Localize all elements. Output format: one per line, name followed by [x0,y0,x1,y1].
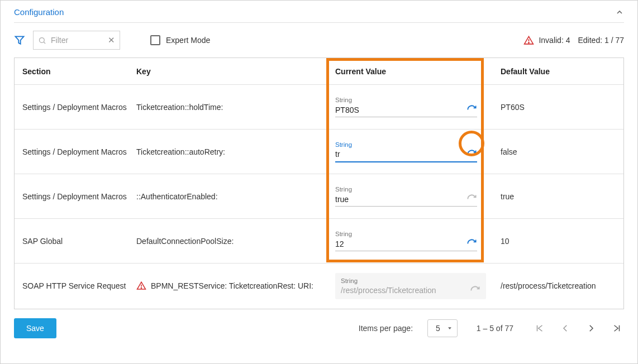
value-input[interactable] [335,150,441,159]
col-header-current[interactable]: Current Value [326,67,495,76]
configuration-panel: Configuration ✕ Expert Mode Invalid: 4 E… [0,0,638,364]
value-type-label: String [335,186,477,193]
invalid-count: Invalid: 4 [539,36,570,45]
section-cell: Settings / Deployment Macros [15,192,136,201]
reset-icon[interactable] [466,104,477,115]
value-type-label: String [335,231,477,237]
value-text: /rest/process/Ticketcreation [341,286,436,295]
section-cell: SOAP HTTP Service Request [15,281,136,290]
filter-icon[interactable] [14,35,25,46]
key-text: Ticketcreation::holdTime: [136,103,223,112]
key-text: ::AuthenticatorEnabled: [136,192,218,201]
warning-icon [136,281,146,291]
key-cell: Ticketcreation::autoRetry: [136,147,326,156]
value-type-label: String [335,97,477,103]
value-field: String [335,97,477,117]
key-text: Ticketcreation::autoRetry: [136,147,225,156]
reset-icon[interactable] [466,238,477,249]
table-row: SAP Global DefaultConnectionPoolSize: St… [15,219,623,264]
value-field: String [335,231,477,251]
config-table: Section Key Current Value Default Value … [14,58,624,309]
current-value-cell: String /rest/process/Ticketcreation [326,273,495,299]
section-cell: Settings / Deployment Macros [15,147,136,156]
filter-input[interactable] [50,35,108,45]
underline [335,251,477,251]
key-cell: ::AuthenticatorEnabled: [136,192,326,201]
default-value-cell: /rest/process/Ticketcreation [495,281,623,290]
clear-filter-icon[interactable]: ✕ [108,35,115,45]
svg-marker-0 [16,36,24,44]
underline [335,117,477,117]
default-value-cell: PT60S [495,103,623,112]
value-field: String /rest/process/Ticketcreation [335,273,486,299]
range-label: 1 – 5 of 77 [477,324,513,333]
next-page-button[interactable] [584,321,598,336]
default-value-cell: false [495,147,623,156]
footer: Save Items per page: 5 1 – 5 of 77 [1,309,637,338]
toolbar: ✕ Expert Mode Invalid: 4 Edited: 1 / 77 [1,23,637,58]
svg-marker-7 [448,327,451,329]
reset-icon[interactable] [466,149,477,160]
value-type-label: String [335,141,477,148]
table-row: Settings / Deployment Macros Ticketcreat… [15,130,623,174]
svg-line-2 [44,42,45,44]
section-cell: SAP Global [15,237,136,246]
section-cell: Settings / Deployment Macros [15,103,136,112]
underline [335,161,477,162]
value-type-label: String [341,277,480,284]
current-value-cell: String [326,141,495,162]
key-cell: DefaultConnectionPoolSize: [136,237,326,246]
key-text: BPMN_RESTService: TicketcreationRest: UR… [151,281,313,290]
default-value-cell: 10 [495,237,623,246]
value-input[interactable] [335,240,441,248]
reset-icon [470,285,480,296]
svg-point-4 [529,42,529,42]
panel-header: Configuration [1,1,637,22]
search-icon [38,36,46,45]
items-per-page-label: Items per page: [359,324,413,333]
warning-icon [523,35,534,46]
current-value-cell: String [326,186,495,207]
col-header-key[interactable]: Key [136,67,326,76]
value-field: String [335,141,477,162]
last-page-button[interactable] [610,321,624,336]
first-page-button[interactable] [532,321,547,336]
col-header-default[interactable]: Default Value [495,67,623,76]
chevron-down-icon [447,325,453,331]
items-per-page-value: 5 [436,324,440,333]
default-value-cell: true [495,192,623,201]
value-field: String [335,186,477,207]
table-header: Section Key Current Value Default Value [15,58,623,85]
col-header-section[interactable]: Section [15,67,136,76]
key-text: DefaultConnectionPoolSize: [136,237,234,246]
save-button[interactable]: Save [14,318,56,338]
underline [335,206,477,207]
table-row: SOAP HTTP Service Request BPMN_RESTServi… [15,264,623,308]
panel-title: Configuration [14,7,64,17]
reset-icon [466,194,477,204]
table-row: Settings / Deployment Macros Ticketcreat… [15,85,623,130]
items-per-page-select[interactable]: 5 [427,319,458,337]
svg-point-1 [40,37,45,42]
pagination: Items per page: 5 1 – 5 of 77 [359,319,624,337]
filter-box: ✕ [33,31,120,50]
key-cell: Ticketcreation::holdTime: [136,103,326,112]
expert-mode-label: Expert Mode [166,36,210,45]
key-cell: BPMN_RESTService: TicketcreationRest: UR… [136,281,326,291]
status-area: Invalid: 4 Edited: 1 / 77 [523,35,624,46]
value-input[interactable] [335,106,441,114]
prev-page-button[interactable] [558,321,573,336]
current-value-cell: String [326,97,495,117]
table-row: Settings / Deployment Macros ::Authentic… [15,174,623,219]
expert-mode-toggle[interactable]: Expert Mode [150,35,210,45]
current-value-cell: String [326,231,495,251]
edited-count: Edited: 1 / 77 [578,36,624,45]
collapse-icon[interactable] [615,8,624,17]
svg-point-6 [141,288,141,288]
value-input[interactable] [335,195,441,204]
expert-mode-checkbox[interactable] [150,35,160,45]
